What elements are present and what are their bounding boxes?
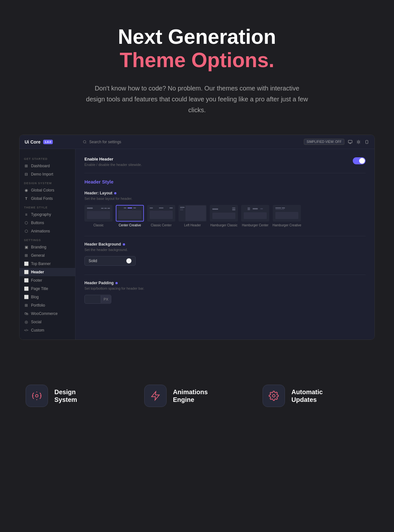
search-icon xyxy=(83,140,87,144)
sidebar-item-page-title[interactable]: ⬜ Page Title xyxy=(20,285,75,293)
layout-thumb-hamburger-classic xyxy=(210,205,238,222)
buttons-icon: ⬡ xyxy=(24,221,28,225)
sidebar-item-portfolio[interactable]: ⊞ Portfolio xyxy=(20,301,75,309)
layout-option-classic[interactable]: Classic xyxy=(84,205,113,227)
sidebar-item-global-fonts[interactable]: T Global Fonts xyxy=(20,194,75,203)
sidebar-item-social[interactable]: ◎ Social xyxy=(20,318,75,326)
layout-option-left-header[interactable]: Left Header xyxy=(178,205,207,227)
layout-thumb-hamburger-creative xyxy=(273,205,301,222)
sidebar-item-custom[interactable]: </> Custom xyxy=(20,326,75,334)
header-layout-desc: Set the base layout for header. xyxy=(84,197,366,200)
topbar: Ui Core 1.0.0 Search for settings SIMPLI… xyxy=(20,135,374,149)
sidebar-section-get-started: GET STARTED xyxy=(20,154,75,162)
sidebar-item-woocommerce[interactable]: 🛍 WooCommerce xyxy=(20,309,75,318)
header-padding-label: Header Padding xyxy=(84,281,366,285)
sidebar-item-demo-import[interactable]: ⊟ Demo Import xyxy=(20,170,75,178)
sidebar-item-buttons[interactable]: ⬡ Buttons xyxy=(20,219,75,227)
svg-rect-1 xyxy=(348,140,352,143)
background-color-dot xyxy=(126,258,131,263)
sidebar-item-label: Animations xyxy=(31,229,50,233)
sidebar-item-top-banner[interactable]: ⬜ Top Banner xyxy=(20,260,75,268)
sidebar-item-header[interactable]: ⬜ Header xyxy=(20,268,75,276)
monitor-icon[interactable] xyxy=(348,139,353,145)
sidebar-item-label: Footer xyxy=(31,278,42,283)
layout-thumb-left-header xyxy=(178,205,207,222)
global-colors-icon: ◉ xyxy=(24,188,28,192)
enable-header-row: Enable Header Enable / disable the heade… xyxy=(84,157,366,167)
svg-point-0 xyxy=(83,140,86,143)
sidebar-item-label: Global Colors xyxy=(31,188,54,192)
padding-unit-label: PX xyxy=(101,295,111,303)
portfolio-icon: ⊞ xyxy=(24,303,28,308)
simplified-view-button[interactable]: SIMPLIFIED VIEW: OFF xyxy=(304,139,344,145)
sidebar-item-label: Custom xyxy=(31,328,44,332)
top-banner-icon: ⬜ xyxy=(24,262,28,266)
sidebar-item-label: Demo Import xyxy=(31,172,53,176)
layout-label-hamburger-creative: Hamburger Creative xyxy=(272,223,301,227)
footer-icon: ⬜ xyxy=(24,278,28,283)
header-background-row: Header Background Set the header backgro… xyxy=(84,242,366,266)
sidebar-item-label: Header xyxy=(31,270,44,274)
app-window-wrapper: Ui Core 1.0.0 Search for settings SIMPLI… xyxy=(0,135,394,365)
sun-icon[interactable] xyxy=(356,139,361,145)
sidebar-item-general[interactable]: ⊞ General xyxy=(20,251,75,260)
layout-option-hamburger-center[interactable]: Hamburger Center xyxy=(241,205,269,227)
layout-option-hamburger-creative[interactable]: Hamburger Creative xyxy=(272,205,301,227)
padding-value-input[interactable]: 20 xyxy=(85,295,101,303)
sidebar-item-dashboard[interactable]: ⊞ Dashboard xyxy=(20,162,75,170)
mobile-icon[interactable] xyxy=(364,139,369,145)
padding-number-group: 20 PX xyxy=(84,295,111,304)
sidebar-item-label: General xyxy=(31,253,45,258)
blog-icon: ⬜ xyxy=(24,295,28,299)
header-padding-row: Header Padding Set top/bottom spacing fo… xyxy=(84,281,366,304)
layout-dot xyxy=(114,192,116,194)
feature-card-updates: AutomaticUpdates xyxy=(263,385,368,407)
custom-icon: </> xyxy=(24,328,28,332)
header-padding-desc: Set top/bottom spacing for header bar. xyxy=(84,286,366,290)
sidebar-section-theme-style: THEME STYLE xyxy=(20,203,75,210)
layout-option-center-creative[interactable]: Center Creative xyxy=(116,205,144,227)
animations-icon: ⬡ xyxy=(24,229,28,233)
general-icon: ⊞ xyxy=(24,253,28,258)
design-system-text: DesignSystem xyxy=(54,388,77,403)
enable-header-toggle[interactable] xyxy=(353,157,366,164)
sidebar: GET STARTED ⊞ Dashboard ⊟ Demo Import DE… xyxy=(20,149,75,340)
sidebar-item-label: Buttons xyxy=(31,221,44,225)
header-layout-label: Header: Layout xyxy=(84,191,366,195)
sidebar-item-animations[interactable]: ⬡ Animations xyxy=(20,227,75,235)
svg-point-5 xyxy=(272,395,275,397)
logo-text: Ui Core xyxy=(25,139,41,145)
enable-header-label: Enable Header xyxy=(84,157,142,161)
design-system-title: DesignSystem xyxy=(54,388,77,403)
divider-1 xyxy=(84,173,366,173)
app-window: Ui Core 1.0.0 Search for settings SIMPLI… xyxy=(19,135,375,340)
hero-section: Next Generation Theme Options. Don't kno… xyxy=(0,0,394,135)
divider-3 xyxy=(84,275,366,275)
header-style-title: Header Style xyxy=(84,179,366,184)
demo-import-icon: ⊟ xyxy=(24,172,28,176)
sidebar-item-branding[interactable]: ▣ Branding xyxy=(20,243,75,251)
sidebar-item-label: Global Fonts xyxy=(31,196,53,201)
layout-label-center-creative: Center Creative xyxy=(119,223,141,227)
animations-title: AnimationsEngine xyxy=(173,388,208,403)
layout-label-hamburger-center: Hamburger Center xyxy=(242,223,269,227)
animations-engine-icon xyxy=(150,391,161,401)
svg-point-2 xyxy=(358,141,359,143)
updates-text: AutomaticUpdates xyxy=(291,388,323,403)
sidebar-item-global-colors[interactable]: ◉ Global Colors xyxy=(20,186,75,194)
layout-label-hamburger-classic: Hamburger Classic xyxy=(210,223,237,227)
logo-area: Ui Core 1.0.0 xyxy=(25,139,79,145)
svg-point-4 xyxy=(35,395,38,397)
layout-option-classic-center[interactable]: Classic Center xyxy=(147,205,175,227)
animations-icon-box xyxy=(144,385,167,407)
layout-option-hamburger-classic[interactable]: Hamburger Classic xyxy=(210,205,238,227)
page-title-icon: ⬜ xyxy=(24,286,28,291)
sidebar-item-footer[interactable]: ⬜ Footer xyxy=(20,276,75,285)
header-layout-row: Header: Layout Set the base layout for h… xyxy=(84,191,366,227)
design-system-icon-box xyxy=(26,385,48,407)
search-bar[interactable]: Search for settings xyxy=(83,140,300,144)
sidebar-item-blog[interactable]: ⬜ Blog xyxy=(20,293,75,301)
header-background-label: Header Background xyxy=(84,242,366,246)
sidebar-item-typography[interactable]: ≡ Typography xyxy=(20,210,75,219)
background-dropdown[interactable]: Solid xyxy=(84,256,136,266)
